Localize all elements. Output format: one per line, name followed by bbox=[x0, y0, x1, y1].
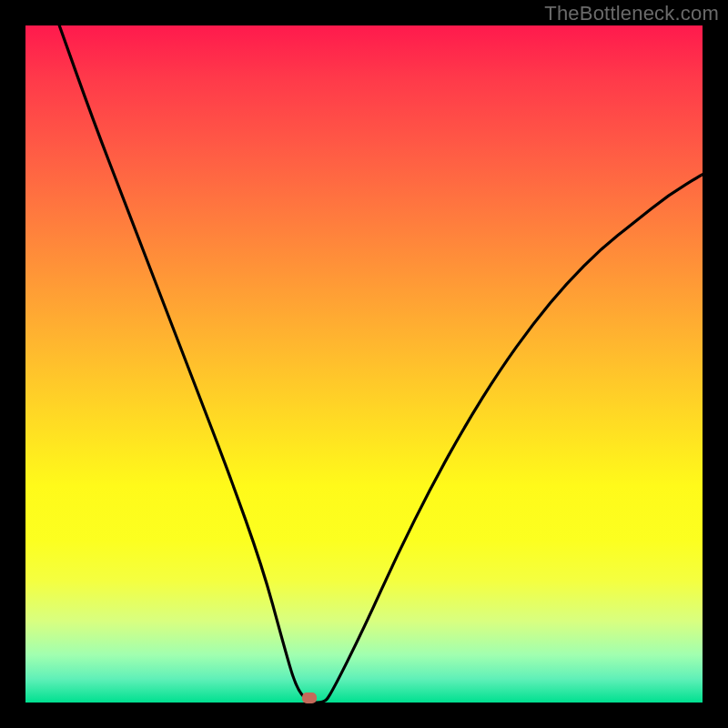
chart-frame: TheBottleneck.com bbox=[0, 0, 728, 728]
watermark-text: TheBottleneck.com bbox=[544, 2, 719, 25]
optimal-point-marker bbox=[302, 693, 317, 703]
plot-area bbox=[25, 25, 703, 703]
bottleneck-curve bbox=[25, 25, 703, 703]
